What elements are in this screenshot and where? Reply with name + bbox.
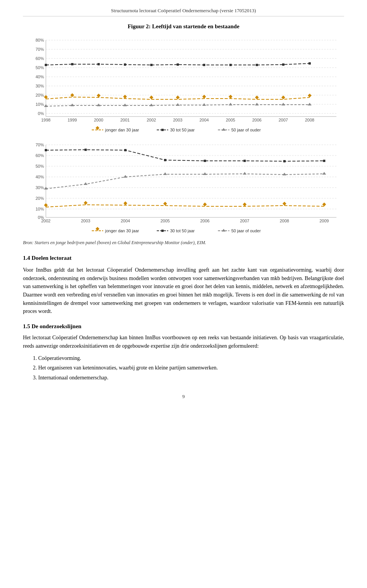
svg-text:2008: 2008 (280, 219, 289, 223)
svg-rect-68 (161, 129, 164, 131)
svg-text:20%: 20% (36, 196, 44, 201)
svg-text:jonger dan 30 jaar: jonger dan 30 jaar (105, 228, 139, 233)
list-item-1: Coöperatievorming. (38, 354, 344, 363)
svg-marker-40 (281, 96, 285, 99)
svg-text:40%: 40% (36, 75, 44, 79)
svg-marker-114 (44, 187, 48, 190)
svg-text:30 tot 50 jaar: 30 tot 50 jaar (170, 128, 195, 132)
svg-marker-58 (176, 103, 180, 106)
svg-marker-129 (222, 229, 226, 232)
svg-marker-116 (123, 175, 127, 178)
svg-text:50 jaar of ouder: 50 jaar of ouder (231, 128, 261, 132)
svg-marker-123 (96, 227, 99, 231)
list-item-3: Internationaal ondernemerschap. (38, 374, 344, 382)
svg-rect-50 (256, 64, 258, 66)
svg-text:30%: 30% (36, 84, 44, 88)
svg-marker-119 (243, 172, 247, 175)
svg-rect-42 (45, 64, 47, 66)
list-item-2: Het organiseren van keteninnovaties, waa… (38, 364, 344, 372)
chart2-svg: 70% 60% 50% 40% 30% 20% 10% 0% 2002 2003… (23, 139, 344, 238)
svg-text:10%: 10% (36, 102, 44, 107)
section14-paragraph1: Voor InnBus geldt dat het lectoraat Cöop… (23, 266, 344, 316)
svg-text:30%: 30% (36, 185, 44, 190)
svg-text:2002: 2002 (147, 118, 156, 122)
svg-marker-36 (176, 96, 180, 99)
svg-rect-49 (229, 64, 232, 66)
svg-marker-100 (123, 201, 127, 205)
svg-text:2003: 2003 (81, 219, 90, 223)
svg-rect-108 (124, 149, 127, 151)
svg-marker-57 (149, 104, 153, 106)
svg-text:2008: 2008 (305, 118, 314, 122)
svg-text:2006: 2006 (200, 219, 209, 223)
page-number: 9 (23, 394, 344, 400)
svg-rect-109 (164, 159, 166, 161)
svg-rect-112 (283, 160, 286, 162)
svg-marker-104 (283, 202, 286, 206)
svg-text:1999: 1999 (68, 118, 77, 122)
svg-text:2001: 2001 (120, 118, 130, 122)
svg-text:2003: 2003 (173, 118, 182, 122)
svg-rect-43 (71, 63, 73, 65)
svg-marker-54 (70, 104, 74, 106)
svg-marker-115 (84, 182, 88, 185)
svg-rect-51 (282, 63, 284, 66)
svg-marker-55 (97, 104, 101, 106)
svg-text:50%: 50% (36, 65, 44, 70)
svg-marker-105 (322, 202, 326, 206)
svg-text:60%: 60% (36, 153, 44, 158)
svg-rect-110 (204, 160, 206, 162)
svg-text:60%: 60% (36, 56, 44, 61)
section15-paragraph1: Het lectoraat Coöperatief Ondernemerscha… (23, 334, 344, 350)
svg-text:70%: 70% (36, 143, 44, 147)
chart2-wrapper: 70% 60% 50% 40% 30% 20% 10% 0% 2002 2003… (23, 139, 344, 238)
svg-text:30 tot 50 jaar: 30 tot 50 jaar (170, 228, 195, 233)
svg-marker-101 (163, 202, 167, 206)
svg-text:80%: 80% (36, 38, 44, 42)
svg-marker-120 (283, 173, 286, 175)
svg-rect-44 (97, 63, 100, 65)
svg-text:2007: 2007 (240, 219, 249, 223)
svg-marker-33 (97, 94, 101, 97)
svg-marker-102 (203, 202, 207, 206)
svg-text:2005: 2005 (226, 118, 235, 122)
svg-marker-35 (149, 96, 153, 99)
svg-marker-117 (163, 172, 167, 175)
svg-rect-46 (150, 64, 153, 66)
svg-text:2006: 2006 (252, 118, 261, 122)
svg-marker-32 (70, 93, 74, 97)
svg-rect-107 (84, 149, 87, 151)
svg-text:2002: 2002 (41, 219, 50, 223)
section15-list: Coöperatievorming. Het organiseren van k… (38, 354, 344, 382)
svg-text:2000: 2000 (94, 118, 103, 122)
svg-text:50 jaar of ouder: 50 jaar of ouder (231, 228, 261, 233)
svg-marker-31 (44, 95, 48, 99)
svg-rect-45 (124, 63, 126, 66)
chart1-wrapper: 80% 70% 60% 50% 40% 30% 20% 10% 0% 1998 … (23, 34, 344, 138)
svg-text:2005: 2005 (161, 219, 170, 223)
svg-text:0%: 0% (38, 111, 44, 116)
svg-rect-106 (45, 149, 47, 151)
svg-rect-47 (177, 63, 179, 66)
svg-text:2007: 2007 (279, 118, 288, 122)
svg-marker-121 (322, 172, 326, 175)
svg-marker-118 (203, 172, 207, 175)
svg-marker-39 (255, 96, 259, 99)
svg-marker-65 (96, 126, 99, 130)
section14-heading: 1.4 Doelen lectoraat (23, 255, 344, 261)
svg-marker-53 (44, 104, 48, 107)
figure-title: Figuur 2: Leeftijd van startende en best… (23, 23, 344, 30)
svg-text:2009: 2009 (320, 219, 329, 223)
svg-text:2004: 2004 (121, 219, 130, 223)
chart2-line-young (46, 205, 324, 207)
svg-text:50%: 50% (36, 164, 44, 168)
chart2-line-old (46, 174, 324, 189)
svg-rect-126 (161, 230, 164, 232)
svg-text:10%: 10% (36, 207, 44, 211)
svg-text:2004: 2004 (200, 118, 209, 122)
header-title: Structuurnota lectoraat Coöperatief Onde… (111, 8, 256, 13)
svg-marker-103 (243, 202, 247, 206)
svg-text:1998: 1998 (41, 118, 50, 122)
svg-rect-111 (244, 160, 246, 162)
svg-text:70%: 70% (36, 47, 44, 52)
